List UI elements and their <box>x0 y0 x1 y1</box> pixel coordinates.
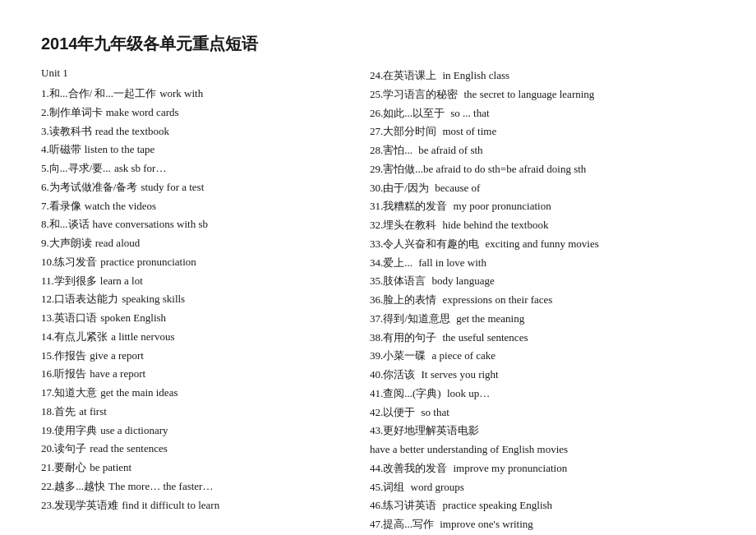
item-english: practice pronunciation <box>100 256 196 268</box>
list-item: 9.大声朗读read aloud <box>41 234 345 253</box>
item-english: give a report <box>90 349 144 362</box>
unit-label: Unit 1 <box>41 67 345 80</box>
list-item: 35.肢体语言 body language <box>370 272 715 291</box>
item-chinese: 33.令人兴奋和有趣的电 <box>370 238 479 250</box>
list-item: 1.和...合作/ 和...一起工作work with <box>41 85 345 104</box>
item-english: ask sb for… <box>114 162 167 174</box>
list-item: 2.制作单词卡make word cards <box>41 104 345 122</box>
list-item: 33.令人兴奋和有趣的电 exciting and funny movies <box>370 235 715 254</box>
item-english: learn a lot <box>100 274 143 287</box>
list-item: 26.如此...以至于 so ... that <box>370 104 715 123</box>
item-chinese: 39.小菜一碟 <box>370 349 426 362</box>
list-item: 38.有用的句子 the useful sentences <box>370 329 715 348</box>
item-english: exciting and funny movies <box>482 238 599 250</box>
list-item: 41.查阅...(字典) look up… <box>370 385 715 404</box>
item-chinese: 46.练习讲英语 <box>370 499 436 511</box>
item-english: a piece of cake <box>429 349 496 362</box>
list-item: 46.练习讲英语 practice speaking English <box>370 496 715 515</box>
list-item: 10.练习发音practice pronunciation <box>41 253 345 272</box>
list-item: 7.看录像watch the videos <box>41 197 345 216</box>
item-english: hide behind the textbook <box>440 219 548 231</box>
list-item: 27.大部分时间 most of time <box>370 122 715 141</box>
item-english: at first <box>79 405 107 417</box>
list-item: 29.害怕做...be afraid to do sth=be afraid d… <box>370 160 715 179</box>
item-english: in English class <box>440 69 509 81</box>
list-item: 28.害怕... be afraid of sth <box>370 141 715 160</box>
item-chinese: 5.向...寻求/要... <box>41 162 111 174</box>
item-chinese: 45.词组 <box>370 481 404 493</box>
item-chinese: 14.有点儿紧张 <box>41 330 108 343</box>
item-chinese: 15.作报告 <box>41 349 86 362</box>
item-english: read the sentences <box>90 442 168 454</box>
item-english: have conversations with sb <box>93 218 208 230</box>
item-chinese: 37.得到/知道意思 <box>370 312 450 325</box>
item-chinese: 16.听报告 <box>41 367 86 380</box>
item-chinese: 40.你活该 <box>370 368 415 380</box>
list-item: 39.小菜一碟 a piece of cake <box>370 347 715 366</box>
item-chinese: 21.要耐心 <box>41 461 86 473</box>
item-chinese: 41.查阅...(字典) <box>370 387 441 399</box>
list-item: 12.口语表达能力speaking skills <box>41 290 345 309</box>
list-item: 25.学习语言的秘密 the secret to language learni… <box>370 85 715 104</box>
list-item: 5.向...寻求/要...ask sb for… <box>41 159 345 178</box>
page-title: 2014年九年级各单元重点短语 <box>41 33 715 55</box>
list-item: 42.以便于 so that <box>370 404 715 422</box>
list-item: 23.发现学英语难find it difficult to learn <box>41 496 345 515</box>
item-chinese: 25.学习语言的秘密 <box>370 88 458 100</box>
item-english: the useful sentences <box>440 331 528 344</box>
item-chinese: 28.害怕... <box>370 144 413 156</box>
list-item: 43.更好地理解英语电影 <box>370 422 715 440</box>
item-chinese: 38.有用的句子 <box>370 331 436 344</box>
item-english: listen to the tape <box>85 143 155 155</box>
item-english: It serves you right <box>418 368 498 380</box>
list-item: 20.读句子read the sentences <box>41 440 345 459</box>
list-item: 37.得到/知道意思 get the meaning <box>370 310 715 329</box>
item-english: have a report <box>90 367 145 380</box>
item-chinese: 6.为考试做准备/备考 <box>41 181 137 193</box>
item-chinese: 2.制作单词卡 <box>41 106 103 118</box>
item-chinese: 31.我糟糕的发音 <box>370 200 447 212</box>
item-english: fall in love with <box>416 256 486 269</box>
list-item: 22.越多...越快The more… the faster… <box>41 477 345 496</box>
list-item: 24.在英语课上 in English class <box>370 67 715 85</box>
item-chinese: 36.脸上的表情 <box>370 293 436 306</box>
list-item: 16.听报告have a report <box>41 365 345 384</box>
item-english: The more… the faster… <box>108 480 213 492</box>
item-english: word groups <box>408 481 464 493</box>
item-chinese: 1.和...合作/ 和...一起工作 <box>41 87 156 99</box>
item-english: read aloud <box>95 237 141 249</box>
item-english: watch the videos <box>85 200 156 212</box>
item-chinese: 47.提高...写作 <box>370 518 434 530</box>
item-english: practice speaking English <box>440 499 552 511</box>
item-chinese: 30.由于/因为 <box>370 182 429 194</box>
list-item: 4.听磁带listen to the tape <box>41 141 345 159</box>
item-english: be afraid of sth <box>416 144 483 156</box>
item-english: find it difficult to learn <box>122 499 219 511</box>
item-chinese: 18.首先 <box>41 405 76 417</box>
item-english: speaking skills <box>122 293 185 305</box>
item-english: most of time <box>440 125 496 137</box>
list-item: 47.提高...写作 improve one's writing <box>370 515 715 534</box>
item-english: body language <box>429 274 494 287</box>
list-item: 31.我糟糕的发音 my poor pronunciation <box>370 197 715 216</box>
list-item: 21.要耐心be patient <box>41 459 345 477</box>
list-item: 34.爱上... fall in love with <box>370 254 715 273</box>
item-chinese: have a better understanding of English m… <box>370 443 568 455</box>
item-english: study for a test <box>141 181 204 193</box>
list-item: 15.作报告give a report <box>41 347 345 366</box>
list-item: 18.首先at first <box>41 403 345 422</box>
item-chinese: 13.英语口语 <box>41 311 97 324</box>
item-english: so ... that <box>448 107 490 119</box>
item-english: improve my pronunciation <box>450 462 567 474</box>
item-english: the secret to language learning <box>461 88 594 100</box>
item-english: so that <box>418 406 449 418</box>
list-item: 17.知道大意get the main ideas <box>41 384 345 403</box>
item-english: use a dictionary <box>100 424 168 436</box>
item-chinese: 22.越多...越快 <box>41 480 105 492</box>
item-chinese: 35.肢体语言 <box>370 274 426 287</box>
list-item: 6.为考试做准备/备考study for a test <box>41 178 345 197</box>
item-english: make word cards <box>106 106 179 118</box>
item-chinese: 7.看录像 <box>41 200 81 212</box>
list-item: 45.词组 word groups <box>370 478 715 497</box>
item-chinese: 20.读句子 <box>41 442 86 454</box>
